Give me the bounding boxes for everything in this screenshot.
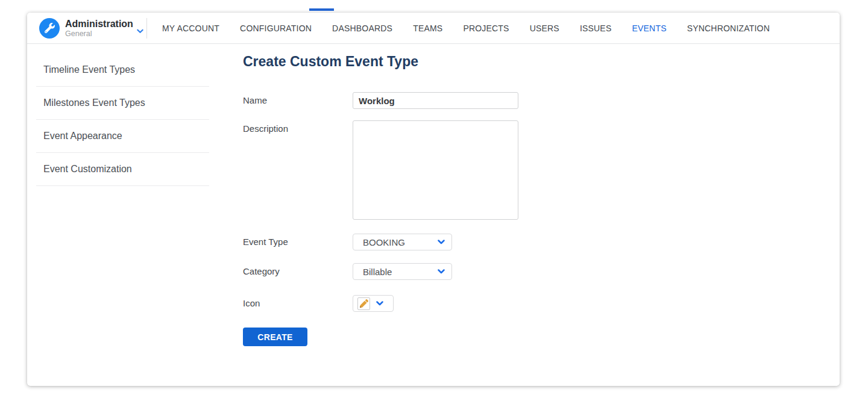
page-title: Create Custom Event Type [243, 54, 418, 70]
nav-item-dashboards[interactable]: DASHBOARDS [332, 23, 392, 33]
description-row: Description [243, 120, 518, 220]
icon-label: Icon [243, 295, 353, 308]
nav-item-users[interactable]: USERS [530, 23, 559, 33]
chevron-down-icon [438, 240, 445, 244]
nav-item-my-account[interactable]: MY ACCOUNT [162, 23, 219, 33]
event-type-value: BOOKING [363, 237, 405, 247]
sidebar-item-label: Event Customization [43, 164, 132, 175]
browser-tab-indicator [309, 8, 334, 11]
event-type-select[interactable]: BOOKING [353, 234, 452, 250]
description-textarea[interactable] [353, 120, 518, 220]
app-title: Administration [65, 19, 133, 30]
name-label: Name [243, 92, 353, 105]
selected-icon-tile [357, 297, 370, 310]
nav-item-synchronization[interactable]: SYNCHRONIZATION [687, 23, 770, 33]
nav-item-events[interactable]: EVENTS [632, 23, 666, 33]
chevron-down-icon [376, 301, 383, 306]
chevron-down-icon [137, 29, 143, 34]
nav-item-configuration[interactable]: CONFIGURATION [240, 23, 312, 33]
icon-select[interactable] [353, 295, 394, 312]
create-button[interactable]: CREATE [243, 328, 307, 346]
category-row: Category Billable [243, 263, 452, 280]
icon-row: Icon [243, 295, 394, 312]
category-label: Category [243, 263, 353, 276]
event-type-row: Event Type BOOKING [243, 234, 452, 250]
main-content: Create Custom Event Type Name Descriptio… [243, 44, 839, 386]
sidebar-item-label: Milestones Event Types [43, 98, 145, 108]
event-type-label: Event Type [243, 234, 353, 247]
chevron-down-icon [438, 269, 445, 274]
pencil-icon [360, 299, 368, 308]
nav-item-projects[interactable]: PROJECTS [463, 23, 509, 33]
sidebar-item-event-appearance[interactable]: Event Appearance [36, 120, 209, 153]
sidebar-item-milestones-event-types[interactable]: Milestones Event Types [36, 87, 209, 120]
sidebar-item-label: Event Appearance [43, 131, 122, 141]
sidebar-item-label: Timeline Event Types [43, 64, 135, 75]
category-value: Billable [363, 267, 392, 277]
app-window: Administration General MY ACCOUNT CONFIG… [27, 13, 840, 386]
sidebar-item-event-customization[interactable]: Event Customization [36, 153, 209, 186]
nav-item-teams[interactable]: TEAMS [413, 23, 442, 33]
app-header: Administration General MY ACCOUNT CONFIG… [27, 13, 840, 44]
sidebar-item-timeline-event-types[interactable]: Timeline Event Types [36, 54, 209, 87]
app-subtitle: General [65, 30, 133, 38]
name-input[interactable] [353, 92, 518, 109]
description-label: Description [243, 120, 353, 134]
administration-logo [39, 18, 60, 39]
wrench-icon [45, 23, 55, 33]
top-nav: MY ACCOUNT CONFIGURATION DASHBOARDS TEAM… [147, 23, 770, 33]
category-select[interactable]: Billable [353, 263, 452, 280]
sidebar: Timeline Event Types Milestones Event Ty… [27, 45, 243, 186]
name-row: Name [243, 92, 518, 109]
app-switcher-text: Administration General [65, 19, 133, 38]
app-switcher[interactable]: Administration General [27, 18, 146, 39]
nav-item-issues[interactable]: ISSUES [580, 23, 612, 33]
